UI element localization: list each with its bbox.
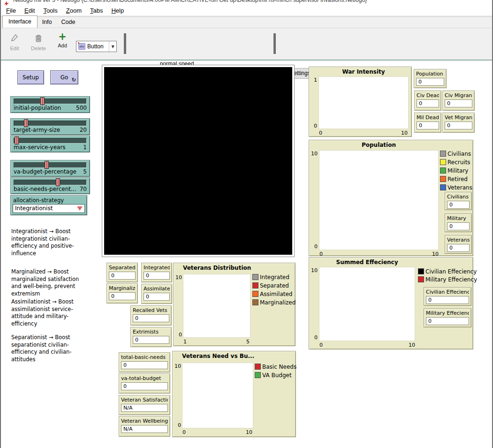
plot-title: Veterans Distribution xyxy=(183,265,250,271)
legend-label: Veterans xyxy=(447,184,472,191)
slider-value: 500 xyxy=(76,105,87,111)
slider-handle[interactable] xyxy=(24,119,28,127)
tab-info[interactable]: Info xyxy=(38,17,57,28)
slider-handle[interactable] xyxy=(45,161,49,169)
setup-button[interactable]: Setup xyxy=(17,70,44,84)
x-axis-tick: 10 xyxy=(398,130,408,136)
monitor-label: Extrimists xyxy=(133,329,169,335)
slider-basic-needs-percent[interactable]: basic-needs-percent...70 xyxy=(10,177,90,194)
tab-code[interactable]: Code xyxy=(57,17,80,28)
slider-track xyxy=(14,138,87,144)
monitor-label: Veterans xyxy=(447,237,470,243)
slider-name: max-service-years xyxy=(14,144,66,151)
legend-swatch-va-budget xyxy=(255,372,261,378)
tab-interface[interactable]: Interface xyxy=(2,15,38,28)
delete-widget-button[interactable]: Delete xyxy=(29,34,48,51)
monitor-value: 0 xyxy=(109,292,136,300)
plot-title: Summed Effeciency xyxy=(319,259,415,266)
plot-area xyxy=(183,274,250,338)
menu-help[interactable]: Help xyxy=(107,6,128,15)
monitor-civ-migrants: Civ Migrants 0 xyxy=(442,91,475,111)
x-axis-tick: 10 xyxy=(243,429,252,435)
chooser-dropdown-arrow-icon xyxy=(77,206,83,211)
y-axis-tick: 0 xyxy=(310,334,318,341)
slider-handle[interactable] xyxy=(56,178,60,186)
chooser-value-text: Integrationist xyxy=(15,205,53,212)
go-button[interactable]: Go ↻ xyxy=(50,70,78,84)
legend-label: Civilian Effeciency xyxy=(425,268,477,275)
monitor-total-basic-needs: total-basic-needs 0 xyxy=(119,352,170,372)
add-widget-button[interactable]: + Add xyxy=(55,32,69,48)
monitor-mil-dead: Mil Dead 0 xyxy=(414,113,441,133)
toolbar-divider xyxy=(124,33,126,54)
edit-label: Edit xyxy=(8,46,22,51)
legend-item: Civilians xyxy=(440,150,471,157)
legend-item: Separated xyxy=(252,282,289,289)
monitor-value: 0 xyxy=(417,121,439,129)
slider-target-army-size[interactable]: target-army-size20 xyxy=(10,118,90,135)
legend-item: Civilian Effeciency xyxy=(418,268,477,275)
y-axis-tick: 10 xyxy=(174,274,182,281)
slider-track xyxy=(14,162,87,168)
add-label: Add xyxy=(55,43,69,48)
monitor-civilians: Civilians 0 xyxy=(445,192,472,210)
legend-item: Assimilated xyxy=(252,290,292,297)
monitor-va-total-budget: va-total-budget 0 xyxy=(119,373,170,394)
chooser-selected-value[interactable]: Integrationist xyxy=(13,204,85,213)
menu-edit[interactable]: Edit xyxy=(20,6,39,15)
monitor-vet-migrants: Vet Migrants 0 xyxy=(442,113,475,133)
monitor-label: Civilians xyxy=(447,194,470,200)
monitor-label: Assimilated xyxy=(144,286,170,292)
legend-label: Recruits xyxy=(447,159,470,166)
netlogo-app-icon xyxy=(4,1,9,6)
y-axis-tick: 1 xyxy=(310,77,317,83)
x-axis-tick: 0 xyxy=(319,342,323,348)
monitor-value: N/A xyxy=(121,404,168,412)
slider-va-budget-percentage[interactable]: va-budget-percentage5 xyxy=(10,160,90,177)
plot-area xyxy=(319,76,409,129)
legend-label: Retired xyxy=(447,176,468,182)
legend-swatch-assimilated xyxy=(252,291,258,297)
monitor-value: 0 xyxy=(121,361,168,369)
trash-icon xyxy=(35,34,42,42)
monitor-veterans: Veterans 0 xyxy=(445,235,472,254)
legend-swatch-recruits xyxy=(440,159,446,165)
legend-label: Assimilated xyxy=(260,291,292,297)
menu-tools[interactable]: Tools xyxy=(39,6,61,15)
monitor-extrimists: Extrimists 0 xyxy=(130,327,172,347)
slider-initial-population[interactable]: initial-population500 xyxy=(10,96,90,113)
monitor-veteran-satisfaction: Veteran Satisfaction N/A xyxy=(119,395,170,415)
monitor-value: 0 xyxy=(144,272,170,280)
widget-type-dropdown[interactable]: abc Button ▼ xyxy=(76,41,117,52)
legend-label: Integrated xyxy=(260,274,289,281)
slider-handle[interactable] xyxy=(40,97,45,105)
monitor-separated: Separated 0 xyxy=(106,263,138,282)
menu-tabs[interactable]: Tabs xyxy=(86,6,107,15)
monitor-value: 0 xyxy=(133,314,169,322)
x-axis-tick: 0 xyxy=(182,429,186,435)
slider-handle[interactable] xyxy=(15,137,19,144)
note-separationist: Separationist → Boost separationist civi… xyxy=(11,334,87,363)
slider-track xyxy=(14,99,87,104)
monitor-value: N/A xyxy=(121,425,168,433)
x-axis-tick: 5 xyxy=(242,339,250,345)
slider-max-service-years[interactable]: max-service-years1 xyxy=(10,136,90,152)
legend-item: Retired xyxy=(440,175,468,182)
monitor-value: 0 xyxy=(445,121,472,129)
edit-widget-button[interactable]: Edit xyxy=(8,34,22,51)
legend-swatch-civilian-effeciency xyxy=(418,268,424,274)
delete-label: Delete xyxy=(29,46,48,51)
plot-veterans-distribution: Veterans Distribution 10 0 1 5 Integrate… xyxy=(173,263,296,346)
menu-file[interactable]: File xyxy=(2,6,20,15)
monitor-label: Veteran Wellbeing xyxy=(121,418,168,424)
monitor-label: Military xyxy=(447,215,470,221)
monitor-label: Integrated xyxy=(144,265,170,271)
monitor-value: 0 xyxy=(144,293,170,301)
chooser-label: allocation-strategy xyxy=(13,197,64,204)
monitor-assimilated: Assimilated 0 xyxy=(141,284,172,304)
monitor-value: 0 xyxy=(109,272,136,280)
menu-zoom[interactable]: Zoom xyxy=(62,6,86,15)
monitor-label: Population xyxy=(416,71,444,77)
legend-swatch-basic-needs xyxy=(255,364,261,370)
chooser-allocation-strategy[interactable]: allocation-strategy Integrationist xyxy=(10,195,87,215)
